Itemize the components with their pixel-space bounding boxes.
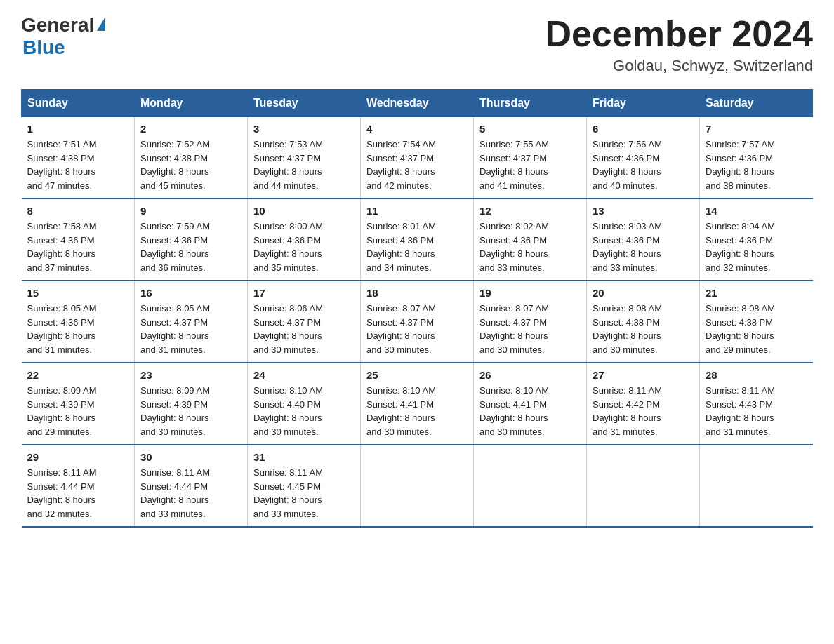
calendar-cell: 19Sunrise: 8:07 AM Sunset: 4:37 PM Dayli… [474,281,587,363]
day-number: 4 [366,123,468,135]
day-number: 11 [366,205,468,217]
day-number: 6 [593,123,694,135]
calendar-cell: 29Sunrise: 8:11 AM Sunset: 4:44 PM Dayli… [22,445,135,527]
day-number: 22 [27,369,129,381]
day-info: Sunrise: 8:05 AM Sunset: 4:36 PM Dayligh… [27,302,129,356]
day-number: 1 [27,123,129,135]
page-title: December 2024 [545,14,813,54]
day-info: Sunrise: 8:00 AM Sunset: 4:36 PM Dayligh… [253,220,355,274]
title-block: December 2024 Goldau, Schwyz, Switzerlan… [545,14,813,75]
day-info: Sunrise: 8:10 AM Sunset: 4:40 PM Dayligh… [253,384,355,438]
day-info: Sunrise: 8:11 AM Sunset: 4:44 PM Dayligh… [27,466,129,521]
calendar-week-row: 29Sunrise: 8:11 AM Sunset: 4:44 PM Dayli… [22,445,813,527]
calendar-cell: 18Sunrise: 8:07 AM Sunset: 4:37 PM Dayli… [361,281,474,363]
calendar-cell: 23Sunrise: 8:09 AM Sunset: 4:39 PM Dayli… [135,363,248,445]
day-info: Sunrise: 7:59 AM Sunset: 4:36 PM Dayligh… [140,220,241,274]
calendar-week-row: 22Sunrise: 8:09 AM Sunset: 4:39 PM Dayli… [22,363,813,445]
day-info: Sunrise: 8:07 AM Sunset: 4:37 PM Dayligh… [366,302,468,356]
calendar-week-row: 8Sunrise: 7:58 AM Sunset: 4:36 PM Daylig… [22,199,813,281]
day-info: Sunrise: 7:54 AM Sunset: 4:37 PM Dayligh… [366,137,468,192]
day-info: Sunrise: 8:11 AM Sunset: 4:43 PM Dayligh… [706,384,807,438]
calendar-cell: 22Sunrise: 8:09 AM Sunset: 4:39 PM Dayli… [22,363,135,445]
calendar-cell: 4Sunrise: 7:54 AM Sunset: 4:37 PM Daylig… [361,117,474,199]
logo: General Blue [21,14,105,59]
day-info: Sunrise: 8:05 AM Sunset: 4:37 PM Dayligh… [140,302,241,356]
calendar-cell: 15Sunrise: 8:05 AM Sunset: 4:36 PM Dayli… [22,281,135,363]
day-info: Sunrise: 8:01 AM Sunset: 4:36 PM Dayligh… [366,220,468,274]
day-info: Sunrise: 8:04 AM Sunset: 4:36 PM Dayligh… [706,220,807,274]
day-number: 21 [706,287,807,299]
calendar-cell: 17Sunrise: 8:06 AM Sunset: 4:37 PM Dayli… [248,281,361,363]
calendar-cell: 14Sunrise: 8:04 AM Sunset: 4:36 PM Dayli… [700,199,813,281]
calendar-cell: 5Sunrise: 7:55 AM Sunset: 4:37 PM Daylig… [474,117,587,199]
day-number: 3 [253,123,355,135]
calendar-table: SundayMondayTuesdayWednesdayThursdayFrid… [21,89,813,528]
column-header-wednesday: Wednesday [361,90,474,117]
day-number: 16 [140,287,241,299]
day-number: 31 [253,451,355,463]
logo-general-text: General [21,14,94,36]
calendar-cell: 7Sunrise: 7:57 AM Sunset: 4:36 PM Daylig… [700,117,813,199]
calendar-cell: 20Sunrise: 8:08 AM Sunset: 4:38 PM Dayli… [587,281,700,363]
calendar-cell: 27Sunrise: 8:11 AM Sunset: 4:42 PM Dayli… [587,363,700,445]
column-header-monday: Monday [135,90,248,117]
calendar-cell: 31Sunrise: 8:11 AM Sunset: 4:45 PM Dayli… [248,445,361,527]
column-header-thursday: Thursday [474,90,587,117]
page-header: General Blue December 2024 Goldau, Schwy… [21,14,813,75]
calendar-header-row: SundayMondayTuesdayWednesdayThursdayFrid… [22,90,813,117]
day-info: Sunrise: 8:03 AM Sunset: 4:36 PM Dayligh… [593,220,694,274]
page-subtitle: Goldau, Schwyz, Switzerland [545,57,813,75]
day-info: Sunrise: 7:56 AM Sunset: 4:36 PM Dayligh… [593,137,694,192]
calendar-cell: 28Sunrise: 8:11 AM Sunset: 4:43 PM Dayli… [700,363,813,445]
day-number: 14 [706,205,807,217]
day-info: Sunrise: 8:11 AM Sunset: 4:42 PM Dayligh… [593,384,694,438]
column-header-saturday: Saturday [700,90,813,117]
day-number: 20 [593,287,694,299]
calendar-cell: 8Sunrise: 7:58 AM Sunset: 4:36 PM Daylig… [22,199,135,281]
calendar-cell [587,445,700,527]
day-number: 18 [366,287,468,299]
day-info: Sunrise: 8:06 AM Sunset: 4:37 PM Dayligh… [253,302,355,356]
day-number: 10 [253,205,355,217]
logo-blue-text: Blue [22,36,65,59]
day-number: 9 [140,205,241,217]
day-number: 15 [27,287,129,299]
day-info: Sunrise: 8:11 AM Sunset: 4:44 PM Dayligh… [140,466,241,521]
day-number: 25 [366,369,468,381]
day-info: Sunrise: 7:57 AM Sunset: 4:36 PM Dayligh… [706,137,807,192]
calendar-cell: 16Sunrise: 8:05 AM Sunset: 4:37 PM Dayli… [135,281,248,363]
day-info: Sunrise: 8:10 AM Sunset: 4:41 PM Dayligh… [479,384,581,438]
calendar-cell: 30Sunrise: 8:11 AM Sunset: 4:44 PM Dayli… [135,445,248,527]
day-number: 26 [479,369,581,381]
calendar-cell [361,445,474,527]
day-info: Sunrise: 7:52 AM Sunset: 4:38 PM Dayligh… [140,137,241,192]
calendar-week-row: 1Sunrise: 7:51 AM Sunset: 4:38 PM Daylig… [22,117,813,199]
day-number: 17 [253,287,355,299]
day-number: 7 [706,123,807,135]
calendar-cell: 25Sunrise: 8:10 AM Sunset: 4:41 PM Dayli… [361,363,474,445]
day-info: Sunrise: 8:07 AM Sunset: 4:37 PM Dayligh… [479,302,581,356]
day-number: 5 [479,123,581,135]
column-header-sunday: Sunday [22,90,135,117]
day-info: Sunrise: 7:58 AM Sunset: 4:36 PM Dayligh… [27,220,129,274]
day-info: Sunrise: 8:09 AM Sunset: 4:39 PM Dayligh… [140,384,241,438]
calendar-cell [700,445,813,527]
calendar-cell: 13Sunrise: 8:03 AM Sunset: 4:36 PM Dayli… [587,199,700,281]
day-number: 30 [140,451,241,463]
calendar-week-row: 15Sunrise: 8:05 AM Sunset: 4:36 PM Dayli… [22,281,813,363]
day-info: Sunrise: 8:10 AM Sunset: 4:41 PM Dayligh… [366,384,468,438]
day-info: Sunrise: 8:08 AM Sunset: 4:38 PM Dayligh… [706,302,807,356]
calendar-cell: 9Sunrise: 7:59 AM Sunset: 4:36 PM Daylig… [135,199,248,281]
calendar-cell: 12Sunrise: 8:02 AM Sunset: 4:36 PM Dayli… [474,199,587,281]
day-number: 12 [479,205,581,217]
day-number: 8 [27,205,129,217]
calendar-cell: 24Sunrise: 8:10 AM Sunset: 4:40 PM Dayli… [248,363,361,445]
calendar-cell: 2Sunrise: 7:52 AM Sunset: 4:38 PM Daylig… [135,117,248,199]
calendar-cell: 3Sunrise: 7:53 AM Sunset: 4:37 PM Daylig… [248,117,361,199]
calendar-cell: 1Sunrise: 7:51 AM Sunset: 4:38 PM Daylig… [22,117,135,199]
day-info: Sunrise: 7:51 AM Sunset: 4:38 PM Dayligh… [27,137,129,192]
day-info: Sunrise: 8:02 AM Sunset: 4:36 PM Dayligh… [479,220,581,274]
day-number: 23 [140,369,241,381]
logo-triangle-icon [97,17,105,31]
day-number: 29 [27,451,129,463]
